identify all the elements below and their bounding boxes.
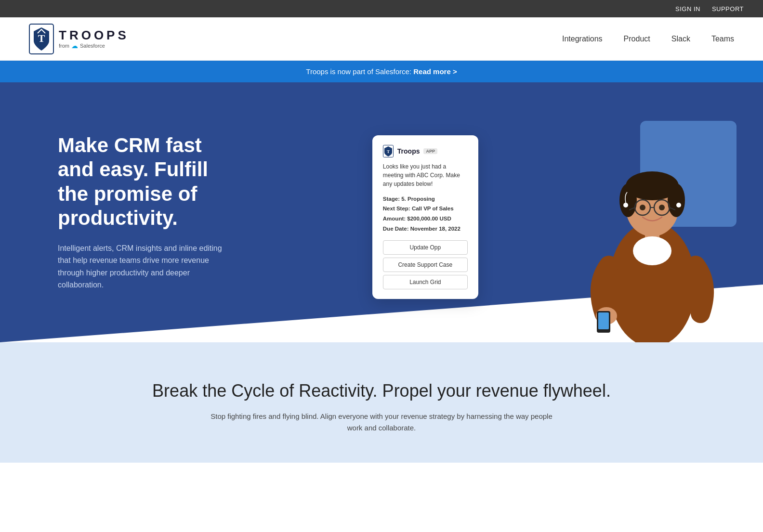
svg-text:T: T: [38, 32, 45, 44]
svg-point-9: [668, 183, 685, 217]
banner-cta[interactable]: Read more >: [413, 67, 457, 76]
salesforce-cloud-icon: ☁: [71, 42, 78, 50]
launch-grid-button[interactable]: Launch Grid: [383, 275, 468, 289]
support-link[interactable]: SUPPORT: [712, 5, 744, 13]
chat-card-header: T Troops APP: [383, 145, 468, 157]
nav-product[interactable]: Product: [624, 35, 650, 43]
svg-point-15: [640, 205, 645, 210]
svg-text:T: T: [387, 149, 390, 154]
chat-fields: Stage: 5. Proposing Next Step: Call VP o…: [383, 194, 468, 234]
nav-teams[interactable]: Teams: [711, 35, 734, 43]
hero-section: Make CRM fast and easy. Fulfill the prom…: [0, 82, 763, 342]
logo[interactable]: T TROOPS from ☁ Salesforce: [29, 24, 129, 54]
announcement-banner: Troops is now part of Salesforce: Read m…: [0, 61, 763, 82]
update-opp-button[interactable]: Update Opp: [383, 240, 468, 255]
hero-title: Make CRM fast and easy. Fulfill the prom…: [58, 133, 231, 231]
lower-subtitle: Stop fighting fires and flying blind. Al…: [208, 411, 555, 434]
person-figure: [570, 111, 734, 342]
nav-integrations[interactable]: Integrations: [562, 35, 603, 43]
svg-point-16: [659, 205, 665, 210]
hero-visual: T Troops APP Looks like you just had a m…: [343, 82, 763, 342]
chat-message: Looks like you just had a meeting with A…: [383, 162, 468, 188]
main-nav: T TROOPS from ☁ Salesforce Integrations …: [0, 17, 763, 61]
svg-point-22: [676, 203, 681, 208]
svg-point-17: [633, 236, 671, 265]
logo-icon: T: [29, 24, 54, 54]
signin-link[interactable]: SIGN IN: [675, 5, 700, 13]
lower-title: Break the Cycle of Reactivity. Propel yo…: [19, 381, 744, 401]
svg-point-8: [619, 183, 637, 217]
nav-slack[interactable]: Slack: [671, 35, 690, 43]
chat-troops-logo: T: [383, 145, 394, 157]
hero-content: Make CRM fast and easy. Fulfill the prom…: [0, 95, 289, 330]
lower-section: Break the Cycle of Reactivity. Propel yo…: [0, 342, 763, 463]
logo-text: TROOPS from ☁ Salesforce: [59, 28, 129, 50]
hero-subtitle: Intelligent alerts, CRM insights and inl…: [58, 242, 231, 291]
create-support-case-button[interactable]: Create Support Case: [383, 258, 468, 272]
person-svg: [570, 111, 734, 342]
chat-card: T Troops APP Looks like you just had a m…: [372, 135, 478, 299]
svg-rect-20: [598, 312, 609, 329]
nav-links: Integrations Product Slack Teams: [562, 35, 734, 43]
svg-point-21: [623, 203, 628, 208]
top-bar: SIGN IN SUPPORT: [0, 0, 763, 17]
